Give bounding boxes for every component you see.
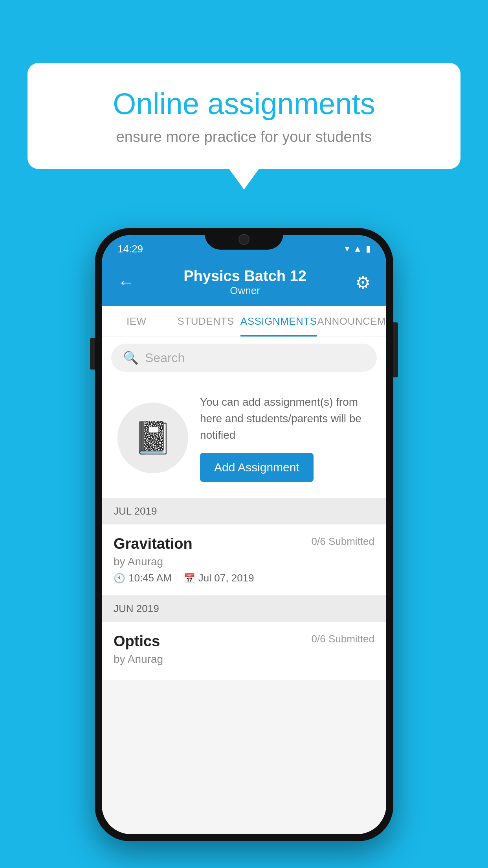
empty-state-description: You can add assignment(s) from here and … (200, 394, 371, 443)
assignment-submitted: 0/6 Submitted (312, 535, 374, 548)
assignment-date-value: Jul 07, 2019 (198, 572, 254, 584)
tab-assignments[interactable]: ASSIGNMENTS (240, 306, 317, 337)
assignment-name-optics: Optics (114, 633, 160, 650)
phone-screen: 14:29 ▾ ▲ ▮ ← Physics Batch 12 Owner ⚙ (102, 235, 386, 834)
assignment-date: 📅 Jul 07, 2019 (183, 572, 254, 584)
battery-icon: ▮ (366, 244, 371, 254)
phone-volume-button (90, 338, 95, 370)
speech-bubble-title: Online assignments (55, 86, 433, 121)
assignment-name: Gravitation (114, 535, 193, 552)
clock-icon: 🕙 (114, 573, 125, 584)
header-title: Physics Batch 12 (183, 268, 306, 285)
notebook-icon: 📓 (133, 419, 172, 456)
speech-bubble: Online assignments ensure more practice … (28, 63, 460, 169)
empty-state-text: You can add assignment(s) from here and … (200, 394, 371, 482)
phone-frame: 14:29 ▾ ▲ ▮ ← Physics Batch 12 Owner ⚙ (95, 228, 393, 841)
assignment-top-row-optics: Optics 0/6 Submitted (114, 633, 374, 650)
tab-students[interactable]: STUDENTS (171, 306, 240, 337)
tab-iew[interactable]: IEW (102, 306, 171, 337)
assignment-by-optics: by Anurag (114, 653, 374, 666)
assignment-item-optics[interactable]: Optics 0/6 Submitted by Anurag (102, 622, 386, 681)
search-container: 🔍 Search (102, 337, 386, 378)
wifi-icon: ▾ (345, 244, 349, 254)
add-assignment-button[interactable]: Add Assignment (200, 453, 314, 482)
empty-state-card: 📓 You can add assignment(s) from here an… (102, 378, 386, 498)
speech-bubble-subtitle: ensure more practice for your students (55, 129, 433, 145)
header-title-block: Physics Batch 12 Owner (183, 268, 306, 297)
assignment-icon-wrap: 📓 (117, 403, 188, 473)
phone-notch (205, 228, 283, 250)
status-icons: ▾ ▲ ▮ (345, 244, 371, 254)
phone-power-button (393, 322, 398, 377)
search-box[interactable]: 🔍 Search (111, 344, 377, 372)
calendar-icon: 📅 (183, 573, 195, 584)
assignment-item-gravitation[interactable]: Gravitation 0/6 Submitted by Anurag 🕙 10… (102, 524, 386, 596)
phone-camera (238, 234, 250, 245)
status-time: 14:29 (117, 243, 143, 255)
back-button[interactable]: ← (117, 272, 135, 292)
header-subtitle: Owner (183, 285, 306, 297)
tab-announcements[interactable]: ANNOUNCEM (317, 306, 386, 337)
phone-container: 14:29 ▾ ▲ ▮ ← Physics Batch 12 Owner ⚙ (95, 228, 393, 841)
section-header-jul-2019: JUL 2019 (102, 498, 386, 524)
section-header-jun-2019: JUN 2019 (102, 596, 386, 622)
search-icon: 🔍 (123, 350, 139, 365)
assignment-submitted-optics: 0/6 Submitted (312, 633, 374, 645)
tabs-bar: IEW STUDENTS ASSIGNMENTS ANNOUNCEM (102, 306, 386, 337)
assignment-time-value: 10:45 AM (128, 572, 172, 584)
app-header: ← Physics Batch 12 Owner ⚙ (102, 259, 386, 306)
signal-icon: ▲ (353, 244, 362, 254)
speech-bubble-container: Online assignments ensure more practice … (28, 63, 460, 169)
assignment-time: 🕙 10:45 AM (114, 572, 172, 584)
settings-icon[interactable]: ⚙ (355, 272, 371, 292)
assignment-meta: 🕙 10:45 AM 📅 Jul 07, 2019 (114, 572, 374, 584)
assignment-top-row: Gravitation 0/6 Submitted (114, 535, 374, 552)
assignment-by: by Anurag (114, 555, 374, 568)
search-input[interactable]: Search (145, 351, 185, 365)
